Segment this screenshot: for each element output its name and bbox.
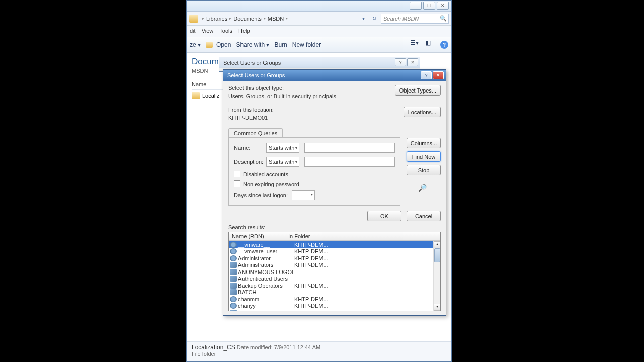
titlebar: — ☐ ✕	[187, 1, 451, 12]
days-since-label: Days since last logon:	[234, 192, 288, 198]
results-scrollbar[interactable]: ▴ ▾	[433, 241, 440, 311]
days-since-combo[interactable]	[292, 190, 315, 200]
burn-button[interactable]: Burn	[274, 41, 287, 48]
object-type-value: Users, Groups, or Built-in security prin…	[228, 93, 395, 103]
non-expiring-checkbox[interactable]	[234, 180, 240, 187]
view-options-icon[interactable]: ☰▾	[410, 39, 421, 50]
result-row[interactable]: chanyyKHTP-DEM...	[229, 303, 433, 310]
object-types-button[interactable]: Object Types...	[395, 85, 441, 96]
share-with-button[interactable]: Share with ▾	[236, 41, 269, 48]
result-row[interactable]: __vmware_user__KHTP-DEM...	[229, 248, 433, 255]
help-icon[interactable]: ?	[395, 58, 406, 66]
group-icon	[230, 276, 237, 282]
user-icon	[230, 303, 237, 309]
address-bar: ▸ Libraries ▸ Documents ▸ MSDN ▸ ▾ ↻ Sea…	[187, 12, 451, 26]
open-button[interactable]: Open	[206, 41, 231, 48]
result-row[interactable]: ConfigMgr Remote Co...KHTP-DEM...	[229, 309, 433, 311]
search-input[interactable]: Search MSDN 🔍	[381, 14, 449, 24]
organize-button[interactable]: ze ▾	[190, 41, 201, 48]
disabled-accounts-label: Disabled accounts	[243, 171, 288, 177]
results-col-name[interactable]: Name (RDN)	[229, 232, 285, 240]
dialog-help-icon[interactable]: ?	[421, 71, 432, 79]
results-listbox[interactable]: Name (RDN) In Folder __vmware__KHTP-DEM.…	[228, 232, 441, 311]
minimize-button[interactable]: —	[410, 2, 422, 10]
folder-icon	[189, 15, 198, 23]
breadcrumb[interactable]: ▸ Libraries ▸ Documents ▸ MSDN ▸	[202, 16, 357, 22]
dialog-close-icon[interactable]: ✕	[433, 71, 444, 79]
preview-pane-icon[interactable]: ◧	[425, 39, 436, 50]
ok-button[interactable]: OK	[367, 211, 401, 221]
result-row[interactable]: chanmmKHTP-DEM...	[229, 296, 433, 303]
user-icon	[230, 248, 237, 254]
search-icon[interactable]: 🔍	[440, 15, 447, 22]
columns-button[interactable]: Columns...	[407, 138, 441, 148]
result-row[interactable]: AdministratorKHTP-DEM...	[229, 255, 433, 262]
tab-common-queries[interactable]: Common Queries	[228, 128, 283, 138]
result-row[interactable]: BATCH	[229, 289, 433, 296]
select-users-dialog: Select Users or Groups ? ✕ Select this o…	[223, 69, 446, 316]
result-row[interactable]: ANONYMOUS LOGON	[229, 268, 433, 276]
status-filename: Localization_CS	[192, 344, 235, 351]
menu-bar: dit View Tools Help	[187, 26, 451, 37]
scroll-up-icon[interactable]: ▴	[434, 241, 440, 248]
name-input[interactable]	[304, 143, 395, 153]
user-icon	[230, 242, 237, 248]
result-row[interactable]: Authenticated Users	[229, 276, 433, 283]
group-icon	[230, 269, 237, 275]
user-icon	[230, 255, 237, 261]
crumb-libraries[interactable]: Libraries	[206, 16, 227, 22]
non-expiring-label: Non expiring password	[243, 181, 299, 187]
toolbar: ze ▾ Open Share with ▾ Burn New folder ☰…	[187, 37, 451, 53]
crumb-msdn[interactable]: MSDN	[268, 16, 284, 22]
close-icon[interactable]: ✕	[407, 58, 418, 66]
location-value: KHTP-DEMO01	[228, 114, 404, 125]
result-row[interactable]: AdministratorsKHTP-DEM...	[229, 262, 433, 269]
locations-button[interactable]: Locations...	[404, 107, 441, 117]
name-label: Name:	[234, 145, 266, 151]
menu-tools[interactable]: Tools	[219, 28, 232, 35]
close-button[interactable]: ✕	[437, 2, 449, 10]
result-row[interactable]: __vmware__KHTP-DEM...	[229, 241, 433, 248]
stop-button[interactable]: Stop	[407, 165, 441, 175]
scroll-thumb[interactable]	[434, 248, 440, 262]
find-now-button[interactable]: Find Now	[407, 151, 441, 162]
description-operator-combo[interactable]: Starts with	[266, 157, 299, 167]
status-bar: Localization_CS Date modified: 7/9/2011 …	[187, 341, 451, 361]
cancel-button[interactable]: Cancel	[407, 211, 441, 221]
find-icon	[418, 184, 429, 192]
address-dropdown-icon[interactable]: ▾	[359, 14, 368, 24]
description-input[interactable]	[304, 157, 395, 167]
result-row[interactable]: Backup OperatorsKHTP-DEM...	[229, 282, 433, 289]
group-icon	[230, 310, 237, 311]
name-operator-combo[interactable]: Starts with	[266, 143, 299, 153]
user-icon	[230, 296, 237, 302]
menu-edit[interactable]: dit	[190, 28, 196, 35]
description-label: Description:	[234, 159, 266, 165]
folder-icon	[192, 92, 200, 99]
results-col-folder[interactable]: In Folder	[285, 232, 440, 240]
search-results-label: Search results:	[228, 224, 441, 230]
object-type-label: Select this object type:	[228, 85, 395, 91]
group-icon	[230, 289, 237, 295]
menu-help[interactable]: Help	[238, 28, 250, 35]
help-icon[interactable]: ?	[440, 41, 448, 49]
group-icon	[230, 283, 237, 289]
crumb-documents[interactable]: Documents	[233, 16, 262, 22]
scroll-down-icon[interactable]: ▾	[434, 304, 440, 311]
status-type: File folder	[192, 351, 446, 357]
location-label: From this location:	[228, 107, 404, 113]
group-icon	[230, 262, 237, 268]
refresh-icon[interactable]: ↻	[370, 14, 379, 24]
maximize-button[interactable]: ☐	[423, 2, 435, 10]
dialog-title: Select Users or Groups	[223, 70, 446, 81]
new-folder-button[interactable]: New folder	[292, 41, 321, 48]
library-subtitle: MSDN	[192, 68, 208, 74]
menu-view[interactable]: View	[202, 28, 214, 35]
disabled-accounts-checkbox[interactable]	[234, 171, 240, 177]
